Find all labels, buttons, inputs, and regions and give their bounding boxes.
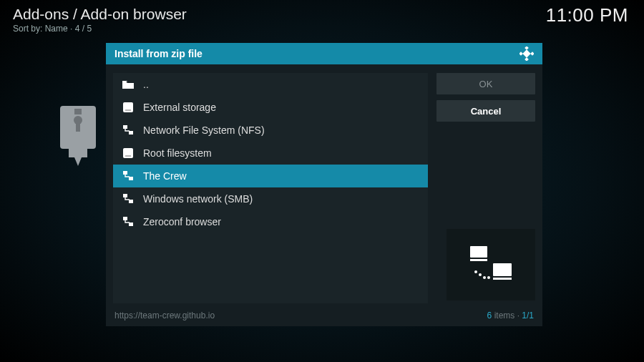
svg-rect-20 <box>129 222 133 226</box>
file-item[interactable]: Zeroconf browser <box>113 210 428 233</box>
file-list[interactable]: ..External storageNetwork File System (N… <box>113 73 428 303</box>
file-item-label: The Crew <box>143 170 187 182</box>
network-icon <box>122 170 135 182</box>
status-count: 6 items · 1/1 <box>487 310 534 321</box>
kodi-logo-icon <box>519 47 534 61</box>
window-header: Add-ons / Add-on browser Sort by: Name ·… <box>13 6 187 34</box>
network-icon <box>122 192 135 205</box>
drive-icon <box>122 101 135 114</box>
svg-rect-19 <box>123 217 127 220</box>
svg-rect-11 <box>123 125 127 129</box>
clock: 11:00 PM <box>546 4 628 26</box>
file-item[interactable]: .. <box>113 73 428 96</box>
dialog-body: ..External storageNetwork File System (N… <box>106 64 542 308</box>
preview-thumbnail <box>447 229 535 300</box>
svg-rect-18 <box>129 200 133 203</box>
dialog-title: Install from zip file <box>114 48 203 59</box>
svg-rect-24 <box>493 278 512 280</box>
file-item-label: External storage <box>143 102 216 113</box>
network-share-icon <box>466 243 516 286</box>
page-title: Add-ons / Add-on browser <box>13 6 187 23</box>
svg-rect-6 <box>530 52 534 56</box>
svg-rect-5 <box>519 52 523 56</box>
file-item-label: .. <box>143 79 149 90</box>
sort-label: Sort by: Name <box>13 24 68 34</box>
svg-rect-3 <box>76 119 80 132</box>
svg-rect-7 <box>525 57 529 61</box>
svg-rect-14 <box>125 155 131 157</box>
file-item-label: Windows network (SMB) <box>143 193 253 205</box>
svg-rect-15 <box>123 171 127 175</box>
sort-info: Sort by: Name · 4 / 5 <box>13 24 187 34</box>
network-icon <box>122 124 135 137</box>
svg-rect-1 <box>74 109 82 114</box>
svg-rect-8 <box>522 49 530 57</box>
file-item[interactable]: Network File System (NFS) <box>113 119 428 142</box>
install-zip-dialog: Install from zip file ..External storage… <box>106 43 542 326</box>
file-item-label: Network File System (NFS) <box>143 124 265 136</box>
svg-rect-10 <box>125 109 131 111</box>
folder-up-icon <box>122 78 135 91</box>
svg-rect-17 <box>123 194 127 197</box>
file-item[interactable]: Root filesystem <box>113 142 428 165</box>
sort-sep: · <box>70 24 75 34</box>
zip-file-icon <box>60 106 102 167</box>
svg-rect-16 <box>129 177 133 180</box>
svg-point-25 <box>474 270 477 273</box>
file-item-label: Zeroconf browser <box>143 216 221 228</box>
file-item[interactable]: The Crew <box>113 165 428 187</box>
svg-rect-4 <box>525 47 529 50</box>
svg-point-26 <box>479 273 482 276</box>
svg-rect-21 <box>470 246 487 258</box>
dialog-titlebar: Install from zip file <box>106 43 542 64</box>
file-item[interactable]: External storage <box>113 96 428 119</box>
svg-rect-22 <box>470 259 487 261</box>
status-bar: https://team-crew.github.io 6 items · 1/… <box>106 308 542 326</box>
dialog-side-panel: OK Cancel <box>436 73 535 303</box>
svg-rect-12 <box>129 131 133 134</box>
status-path: https://team-crew.github.io <box>114 310 215 321</box>
network-icon <box>122 215 135 228</box>
file-item-label: Root filesystem <box>143 147 212 159</box>
cancel-button[interactable]: Cancel <box>436 100 535 122</box>
svg-point-28 <box>487 276 490 279</box>
file-item[interactable]: Windows network (SMB) <box>113 187 428 210</box>
ok-button[interactable]: OK <box>436 73 535 94</box>
drive-icon <box>122 147 135 160</box>
position-label: 4 / 5 <box>75 24 92 34</box>
svg-point-27 <box>483 276 486 279</box>
svg-rect-23 <box>493 263 512 276</box>
